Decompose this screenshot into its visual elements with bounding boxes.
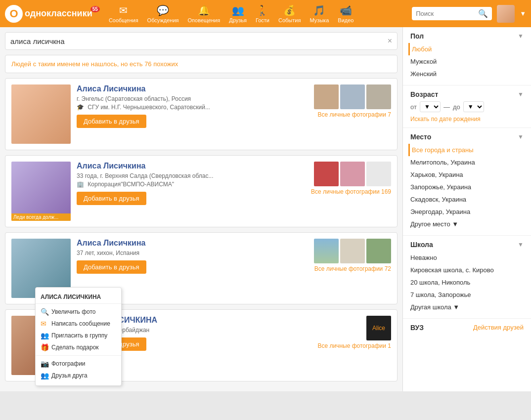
photo-thumb-3b[interactable] — [340, 239, 365, 263]
age-from-label: от — [410, 103, 417, 111]
gender-any[interactable]: Любой — [408, 43, 524, 55]
age-title: Возраст — [410, 90, 438, 98]
age-to-select[interactable]: ▼ — [463, 101, 484, 112]
birth-date-link[interactable]: Искать по дате рождения — [410, 116, 481, 123]
add-friend-btn-1[interactable]: Добавить в друзья — [77, 115, 146, 128]
context-menu-title: АЛИСА ЛИСИЧКИНА — [36, 292, 121, 304]
result-info-2: Алиса Лисичкина 33 года, г. Верхняя Салд… — [77, 162, 305, 205]
add-friend-btn-2[interactable]: Добавить в друзья — [77, 192, 146, 205]
search-input[interactable] — [10, 37, 384, 45]
result-card-1: Алиса Лисичкина г. Энгельс (Саратовская … — [5, 78, 398, 150]
context-menu-photos[interactable]: 📷 Фотографии — [36, 358, 121, 370]
friends-of-friend-label: Друзья друга — [51, 372, 88, 379]
header-search-button[interactable]: 🔍 — [478, 9, 488, 18]
photo-thumb-1b[interactable] — [340, 84, 365, 109]
photo-thumb-1a[interactable] — [314, 84, 339, 109]
guests-icon: 🚶 — [256, 4, 268, 16]
actions-friends-link[interactable]: Действия друзей — [473, 324, 524, 332]
nav-friends[interactable]: 👥 Друзья — [225, 2, 251, 25]
place-kharkov[interactable]: Харьков, Украина — [410, 168, 524, 181]
nav-guests[interactable]: 🚶 Гости — [252, 2, 273, 25]
nav-notifications-label: Оповещения — [188, 17, 221, 23]
notifications-icon: 🔔 — [198, 4, 210, 16]
nav-notifications[interactable]: 🔔 Оповещения — [184, 2, 224, 25]
result-name-1[interactable]: Алиса Лисичкина — [77, 84, 306, 93]
school-20-nikopol[interactable]: 20 школа, Никополь — [410, 276, 524, 289]
photo-thumbnails-1 — [314, 84, 391, 109]
nav-video-label: Видео — [338, 17, 354, 23]
photos-icon: 📷 — [41, 360, 48, 368]
age-to-label: до — [453, 103, 460, 111]
photo-thumbnails-2 — [314, 162, 391, 186]
discussions-icon: 💬 — [157, 4, 169, 16]
result-avatar-1[interactable] — [11, 84, 71, 144]
search-bar: × — [5, 32, 398, 50]
nav-discussions[interactable]: 💬 Обсуждения — [143, 2, 183, 25]
context-menu-friends-of-friend[interactable]: 👥 Друзья друга — [36, 370, 121, 381]
school-kirovskaya[interactable]: Кировская школа, с. Кирово — [410, 264, 524, 276]
photo-thumb-3c[interactable] — [366, 239, 391, 263]
edu-icon-1: 🎓 — [77, 104, 84, 111]
result-avatar-2[interactable]: Леди всегда долж... — [11, 162, 71, 221]
photo-thumb-1c[interactable] — [366, 84, 391, 109]
events-icon: 💰 — [283, 4, 296, 16]
context-menu-zoom-photo[interactable]: 🔍 Увеличить фото — [36, 306, 121, 318]
context-menu-gift[interactable]: 🎁 Сделать подарок — [36, 341, 121, 353]
result-name-3[interactable]: Алиса Лисичкина — [77, 239, 306, 248]
all-photos-link-4[interactable]: Все личные фотографии 1 — [317, 342, 391, 349]
context-menu-invite-group[interactable]: 👥 Пригласить в группу — [36, 330, 121, 341]
age-from-select[interactable]: ▼ — [420, 101, 441, 112]
user-avatar[interactable] — [497, 5, 515, 23]
context-menu-send-message[interactable]: ✉ Написать сообщение — [36, 318, 121, 330]
photo-thumb-4a[interactable]: Alice — [366, 316, 391, 340]
photo-thumbnails-3 — [314, 239, 391, 263]
place-all[interactable]: Все города и страны — [408, 144, 524, 156]
search-clear-button[interactable]: × — [388, 37, 392, 45]
age-arrow-icon[interactable]: ▼ — [518, 91, 524, 98]
result-edu-1: 🎓 СГУ им. Н.Г. Чернышевского, Саратовски… — [77, 104, 306, 111]
result-card-3: АЛИСА ЛИСИЧКИНА 🔍 Увеличить фото ✉ Напис… — [5, 232, 398, 304]
photos-section-1: Все личные фотографии 7 — [312, 84, 391, 118]
add-friend-btn-3[interactable]: Добавить в друзья — [77, 260, 146, 274]
gift-label: Сделать подарок — [51, 344, 99, 351]
place-other[interactable]: Другое место ▼ — [410, 218, 524, 230]
school-other[interactable]: Другая школа ▼ — [410, 301, 524, 313]
place-arrow-icon[interactable]: ▼ — [518, 133, 524, 140]
zoom-label: Увеличить фото — [51, 308, 96, 315]
school-arrow-icon[interactable]: ▼ — [518, 241, 524, 248]
place-melitopol[interactable]: Мелитополь, Украина — [410, 156, 524, 168]
video-icon: 📹 — [340, 4, 352, 16]
place-enerhodar[interactable]: Энергодар, Украина — [410, 206, 524, 218]
photo-thumb-2b[interactable] — [340, 162, 365, 186]
nav-events[interactable]: 💰 События — [274, 2, 305, 25]
gender-female[interactable]: Женский — [410, 68, 524, 80]
school-7-zaporizhzhia[interactable]: 7 школа, Запорожье — [410, 289, 524, 301]
all-photos-link-3[interactable]: Все личные фотографии 72 — [314, 265, 391, 272]
no-results-text: Людей с таким именем не нашлось, но есть… — [11, 60, 178, 68]
result-name-2[interactable]: Алиса Лисичкина — [77, 162, 305, 170]
place-zaporizhzhia[interactable]: Запорожье, Украина — [410, 181, 524, 193]
nav-discussions-label: Обсуждения — [147, 17, 179, 23]
photos-label: Фотографии — [51, 360, 86, 367]
vuz-label: ВУЗ — [410, 324, 424, 332]
user-dropdown-icon[interactable]: ▼ — [520, 10, 526, 17]
school-unimportant[interactable]: Неважно — [410, 252, 524, 264]
nav-video[interactable]: 📹 Видео — [334, 2, 357, 25]
gender-arrow-icon[interactable]: ▼ — [518, 33, 524, 40]
photo-thumb-3a[interactable] — [314, 239, 339, 263]
all-photos-link-2[interactable]: Все личные фотографии 169 — [311, 188, 391, 195]
photo-thumb-2c[interactable] — [366, 162, 391, 186]
nav-music[interactable]: 🎵 Музыка — [306, 2, 333, 25]
result-edu-2: 🏢 Корпорация"ВСМПО-АВИСМА" — [77, 181, 305, 188]
group-label: Пригласить в группу — [51, 332, 107, 339]
place-skadovsk[interactable]: Скадовск, Украина — [410, 193, 524, 206]
result-location-1: г. Энгельс (Саратовская область), Россия — [77, 95, 306, 102]
nav-events-label: События — [278, 17, 301, 23]
header-search-input[interactable] — [416, 10, 475, 17]
all-photos-link-1[interactable]: Все личные фотографии 7 — [317, 111, 391, 118]
message-icon: ✉ — [41, 320, 48, 328]
place-section-header: Место ▼ — [410, 133, 524, 141]
photo-thumb-2a[interactable] — [314, 162, 339, 186]
nav-messages[interactable]: ✉ Сообщения — [105, 2, 142, 25]
gender-male[interactable]: Мужской — [410, 55, 524, 68]
